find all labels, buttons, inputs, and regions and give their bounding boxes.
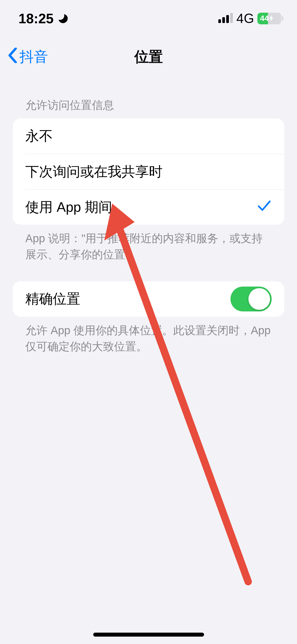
battery-icon: 44: [257, 13, 281, 24]
battery-percent: 44: [260, 14, 269, 23]
home-indicator: [93, 633, 204, 637]
location-access-group: 永不 下次询问或在我共享时 使用 App 期间: [13, 118, 284, 225]
precise-location-label: 精确位置: [25, 290, 80, 308]
network-type: 4G: [236, 11, 254, 26]
checkmark-icon: [257, 198, 272, 216]
option-label: 下次询问或在我共享时: [25, 163, 163, 181]
do-not-disturb-icon: [57, 13, 68, 24]
chevron-left-icon: [7, 48, 18, 66]
page-title: 位置: [134, 47, 163, 67]
status-left: 18:25: [18, 11, 68, 26]
location-access-footer: App 说明："用于推荐附近的内容和服务，或支持展示、分享你的位置": [13, 225, 284, 263]
svg-rect-0: [218, 19, 221, 23]
status-bar: 18:25 4G 44: [0, 0, 297, 37]
svg-rect-2: [226, 15, 229, 23]
precise-location-switch[interactable]: [230, 287, 272, 311]
option-ask-next-time[interactable]: 下次询问或在我共享时: [25, 154, 284, 189]
back-button[interactable]: 抖音: [7, 47, 48, 67]
svg-rect-3: [230, 13, 233, 23]
precise-location-group: 精确位置: [13, 281, 284, 317]
option-label: 永不: [25, 127, 53, 145]
precise-location-footer: 允许 App 使用你的具体位置。此设置关闭时，App 仅可确定你的大致位置。: [13, 317, 284, 355]
back-label: 抖音: [20, 47, 48, 67]
nav-bar: 抖音 位置: [0, 40, 297, 74]
option-while-using-app[interactable]: 使用 App 期间: [25, 189, 284, 225]
cellular-signal-icon: [218, 13, 233, 24]
precise-location-row[interactable]: 精确位置: [13, 281, 284, 317]
content: 允许访问位置信息 永不 下次询问或在我共享时 使用 App 期间 App 说明：…: [0, 93, 297, 355]
status-right: 4G 44: [218, 11, 281, 26]
svg-rect-1: [222, 17, 225, 23]
status-time: 18:25: [18, 11, 54, 26]
location-access-header: 允许访问位置信息: [13, 93, 284, 118]
option-label: 使用 App 期间: [25, 198, 112, 217]
option-never[interactable]: 永不: [13, 118, 284, 154]
